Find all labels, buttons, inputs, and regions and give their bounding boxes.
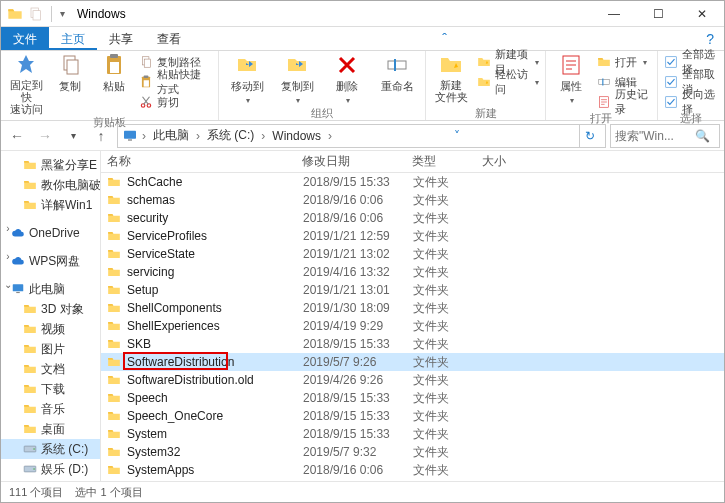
column-name[interactable]: 名称 [107, 153, 302, 170]
invert-selection-button[interactable]: 反向选择 [664, 93, 718, 111]
table-row[interactable]: SystemResources2018/9/16 0:06文件夹 [101, 479, 724, 481]
nav-drive-e[interactable]: 软件 (E:) [1, 479, 100, 481]
chevron-right-icon[interactable]: › [3, 223, 13, 234]
file-name: servicing [127, 265, 303, 279]
file-date: 2019/5/7 9:32 [303, 445, 413, 459]
file-type: 文件夹 [413, 426, 483, 443]
nav-downloads[interactable]: 下载 [1, 379, 100, 399]
file-date: 2018/9/15 15:33 [303, 175, 413, 189]
easy-access-button[interactable]: 轻松访问▾ [477, 73, 540, 91]
history-button[interactable]: 历史记录 [597, 93, 651, 111]
chevron-right-icon[interactable]: › [3, 251, 13, 262]
address-dropdown-button[interactable]: ˅ [446, 125, 468, 147]
tab-share[interactable]: 共享 [97, 27, 145, 50]
file-date: 2018/9/16 0:06 [303, 193, 413, 207]
up-button[interactable]: ↑ [89, 124, 113, 148]
paste-shortcut-button[interactable]: 粘贴快捷方式 [139, 73, 212, 91]
column-date[interactable]: 修改日期 [302, 153, 412, 170]
group-organize-label: 组织 [225, 106, 419, 120]
search-input[interactable] [615, 129, 695, 143]
file-type: 文件夹 [413, 282, 483, 299]
nav-quick-3[interactable]: 详解Win1 [1, 195, 100, 215]
file-name: SoftwareDistribution.old [127, 373, 303, 387]
new-folder-button[interactable]: 新建 文件夹 [432, 53, 470, 103]
folder-icon [107, 463, 121, 477]
nav-onedrive[interactable]: OneDrive [1, 223, 100, 243]
table-row[interactable]: SKB2018/9/15 15:33文件夹 [101, 335, 724, 353]
table-row[interactable]: Setup2019/1/21 13:01文件夹 [101, 281, 724, 299]
back-button[interactable]: ← [5, 124, 29, 148]
properties-button[interactable]: 属性▾ [552, 53, 590, 105]
file-date: 2019/1/21 13:01 [303, 283, 413, 297]
table-row[interactable]: SchCache2018/9/15 15:33文件夹 [101, 173, 724, 191]
refresh-button[interactable]: ↻ [579, 125, 601, 147]
table-row[interactable]: schemas2018/9/16 0:06文件夹 [101, 191, 724, 209]
file-date: 2018/9/15 15:33 [303, 337, 413, 351]
table-row[interactable]: SystemApps2018/9/16 0:06文件夹 [101, 461, 724, 479]
move-to-button[interactable]: 移动到▾ [225, 53, 269, 105]
file-date: 2019/4/16 13:32 [303, 265, 413, 279]
tab-view[interactable]: 查看 [145, 27, 193, 50]
table-row[interactable]: Speech2018/9/15 15:33文件夹 [101, 389, 724, 407]
nav-documents[interactable]: 文档 [1, 359, 100, 379]
folder-icon [107, 229, 121, 243]
maximize-button[interactable]: ☐ [636, 1, 680, 27]
file-type: 文件夹 [413, 300, 483, 317]
copy-to-button[interactable]: 复制到▾ [275, 53, 319, 105]
close-button[interactable]: ✕ [680, 1, 724, 27]
navigation-pane[interactable]: 黑鲨分享E 教你电脑破 详解Win1 ›OneDrive ›WPS网盘 ⌄此电脑… [1, 151, 101, 481]
table-row[interactable]: ShellComponents2019/1/30 18:09文件夹 [101, 299, 724, 317]
nav-drive-d[interactable]: 娱乐 (D:) [1, 459, 100, 479]
table-row[interactable]: ShellExperiences2019/4/19 9:29文件夹 [101, 317, 724, 335]
nav-quick-2[interactable]: 教你电脑破 [1, 175, 100, 195]
column-type[interactable]: 类型 [412, 153, 482, 170]
nav-desktop[interactable]: 桌面 [1, 419, 100, 439]
table-row[interactable]: System322019/5/7 9:32文件夹 [101, 443, 724, 461]
search-box[interactable]: 🔍 [610, 124, 720, 148]
table-row[interactable]: SoftwareDistribution2019/5/7 9:26文件夹 [101, 353, 724, 371]
table-row[interactable]: System2018/9/15 15:33文件夹 [101, 425, 724, 443]
ribbon-tabs: 文件 主页 共享 查看 ˆ ? [1, 27, 724, 51]
file-name: System32 [127, 445, 303, 459]
nav-wps[interactable]: WPS网盘 [1, 251, 100, 271]
forward-button[interactable]: → [33, 124, 57, 148]
table-row[interactable]: Speech_OneCore2018/9/15 15:33文件夹 [101, 407, 724, 425]
breadcrumb[interactable]: › 此电脑 › 系统 (C:) › Windows › ˅ ↻ [117, 124, 606, 148]
nav-3d-objects[interactable]: 3D 对象 [1, 299, 100, 319]
nav-this-pc[interactable]: 此电脑 [1, 279, 100, 299]
column-size[interactable]: 大小 [482, 153, 724, 170]
nav-quick-1[interactable]: 黑鲨分享E [1, 155, 100, 175]
crumb-pc[interactable]: 此电脑 [150, 127, 192, 144]
rename-button[interactable]: 重命名 [375, 53, 419, 94]
chevron-down-icon[interactable]: ⌄ [3, 279, 13, 290]
file-list: 名称 修改日期 类型 大小 SchCache2018/9/15 15:33文件夹… [101, 151, 724, 481]
folder-icon [107, 445, 121, 459]
file-name: schemas [127, 193, 303, 207]
minimize-button[interactable]: — [592, 1, 636, 27]
paste-button[interactable]: 粘贴 [95, 53, 133, 94]
file-type: 文件夹 [413, 174, 483, 191]
table-row[interactable]: SoftwareDistribution.old2019/4/26 9:26文件… [101, 371, 724, 389]
table-row[interactable]: security2018/9/16 0:06文件夹 [101, 209, 724, 227]
table-row[interactable]: ServiceState2019/1/21 13:02文件夹 [101, 245, 724, 263]
table-row[interactable]: servicing2019/4/16 13:32文件夹 [101, 263, 724, 281]
crumb-drive[interactable]: 系统 (C:) [204, 127, 257, 144]
nav-videos[interactable]: 视频 [1, 319, 100, 339]
cut-button[interactable]: 剪切 [139, 93, 212, 111]
file-date: 2018/9/16 0:06 [303, 211, 413, 225]
nav-music[interactable]: 音乐 [1, 399, 100, 419]
crumb-folder[interactable]: Windows [269, 129, 324, 143]
ribbon-collapse-icon[interactable]: ˆ [432, 27, 457, 50]
open-button[interactable]: 打开▾ [597, 53, 651, 71]
copy-button[interactable]: 复制 [51, 53, 89, 94]
nav-drive-c[interactable]: 系统 (C:) [1, 439, 100, 459]
nav-pictures[interactable]: 图片 [1, 339, 100, 359]
table-row[interactable]: ServiceProfiles2019/1/21 12:59文件夹 [101, 227, 724, 245]
tab-home[interactable]: 主页 [49, 27, 97, 50]
qat-dropdown-icon[interactable]: ▾ [60, 8, 65, 19]
delete-button[interactable]: 删除▾ [325, 53, 369, 105]
tab-file[interactable]: 文件 [1, 27, 49, 50]
recent-locations-button[interactable]: ▾ [61, 124, 85, 148]
file-name: Setup [127, 283, 303, 297]
pin-to-quick-access-button[interactable]: 固定到快 速访问 [7, 53, 45, 115]
